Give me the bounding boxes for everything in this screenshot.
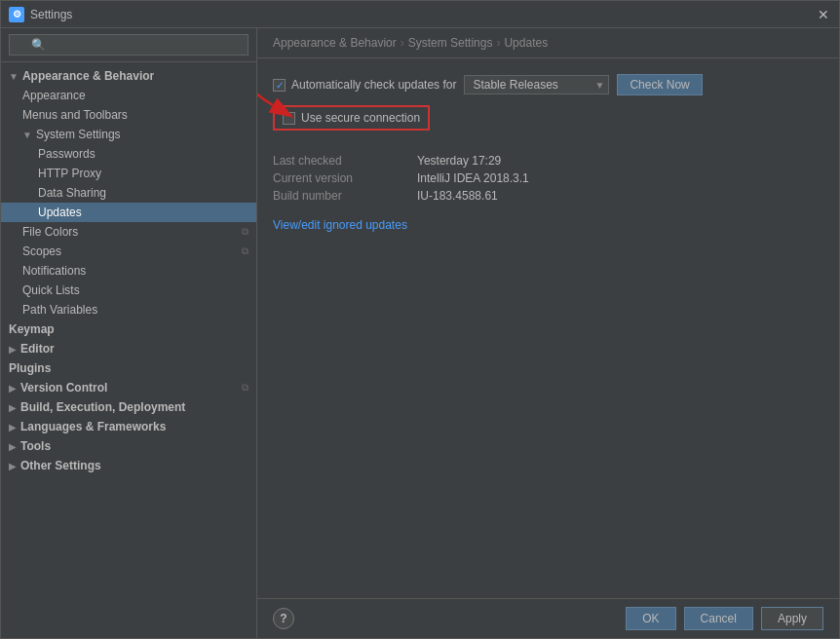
- sidebar-label: Data Sharing: [38, 186, 106, 200]
- breadcrumb: Appearance & Behavior › System Settings …: [257, 28, 839, 58]
- cancel-button[interactable]: Cancel: [684, 607, 753, 630]
- sidebar-item-build-execution[interactable]: ▶ Build, Execution, Deployment: [1, 397, 256, 417]
- channel-dropdown-container: Stable Releases Early Access Program Bet…: [464, 75, 609, 94]
- close-button[interactable]: ✕: [816, 7, 831, 22]
- sidebar-label: System Settings: [36, 128, 121, 141]
- breadcrumb-part2: System Settings: [408, 36, 493, 50]
- external-icon: ⧉: [242, 245, 248, 257]
- last-checked-value: Yesterday 17:29: [417, 154, 823, 168]
- sidebar-item-languages-frameworks[interactable]: ▶ Languages & Frameworks: [1, 417, 256, 436]
- sidebar-label: Plugins: [9, 361, 51, 375]
- window-title: Settings: [30, 8, 816, 21]
- sidebar-item-http-proxy[interactable]: HTTP Proxy: [1, 164, 256, 183]
- external-icon: ⧉: [242, 382, 248, 394]
- apply-button[interactable]: Apply: [761, 607, 823, 630]
- sidebar-label: Appearance & Behavior: [22, 69, 154, 83]
- secure-connection-highlight: Use secure connection: [273, 105, 430, 131]
- sidebar-label: Build, Execution, Deployment: [20, 400, 185, 414]
- sidebar-label: Path Variables: [22, 303, 97, 317]
- expand-icon: ▶: [9, 461, 17, 471]
- sidebar-label: Tools: [20, 439, 51, 453]
- sidebar-label: Appearance: [22, 89, 86, 102]
- secure-connection-text: Use secure connection: [301, 111, 420, 125]
- sidebar-item-updates[interactable]: Updates: [1, 203, 256, 222]
- sidebar-item-keymap[interactable]: Keymap: [1, 320, 256, 339]
- sidebar-item-version-control[interactable]: ▶ Version Control ⧉: [1, 378, 256, 397]
- content-body: Automatically check updates for Stable R…: [257, 58, 839, 598]
- sidebar-label: Editor: [20, 342, 55, 356]
- sidebar-label: Languages & Frameworks: [20, 420, 166, 433]
- sidebar-item-notifications[interactable]: Notifications: [1, 261, 256, 281]
- help-button[interactable]: ?: [273, 608, 294, 629]
- sidebar-label: Passwords: [38, 147, 95, 161]
- current-version-value: IntelliJ IDEA 2018.3.1: [417, 171, 823, 185]
- sidebar-item-quick-lists[interactable]: Quick Lists: [1, 281, 256, 300]
- last-checked-label: Last checked: [273, 154, 409, 168]
- breadcrumb-part1: Appearance & Behavior: [273, 36, 397, 50]
- auto-check-label[interactable]: Automatically check updates for: [273, 78, 456, 92]
- external-icon: ⧉: [242, 226, 248, 238]
- secure-connection-label[interactable]: Use secure connection: [283, 111, 420, 125]
- channel-dropdown[interactable]: Stable Releases Early Access Program Bet…: [464, 75, 609, 94]
- auto-check-row: Automatically check updates for Stable R…: [273, 74, 823, 95]
- sidebar-item-file-colors[interactable]: File Colors ⧉: [1, 222, 256, 242]
- expand-icon: ▶: [9, 383, 17, 394]
- title-bar: ⚙ Settings ✕: [1, 1, 839, 28]
- sidebar-item-other-settings[interactable]: ▶ Other Settings: [1, 456, 256, 475]
- content-area: Appearance & Behavior › System Settings …: [257, 28, 839, 638]
- bottom-right: OK Cancel Apply: [626, 607, 823, 630]
- sidebar-label: Quick Lists: [22, 283, 80, 297]
- app-icon: ⚙: [9, 7, 24, 22]
- sidebar-label: Notifications: [22, 264, 86, 278]
- expand-icon: ▶: [9, 441, 17, 452]
- auto-check-text: Automatically check updates for: [291, 78, 456, 92]
- settings-window: ⚙ Settings ✕ 🔍 ▼ Appearance & Behavior A…: [0, 0, 840, 639]
- expand-icon: ▶: [9, 344, 17, 355]
- expand-icon: ▶: [9, 402, 17, 413]
- sidebar-label: File Colors: [22, 225, 78, 239]
- main-content: 🔍 ▼ Appearance & Behavior Appearance Men…: [1, 28, 839, 638]
- sidebar-label: Menus and Toolbars: [22, 108, 128, 122]
- sidebar-item-tools[interactable]: ▶ Tools: [1, 436, 256, 456]
- search-box: 🔍: [1, 28, 256, 62]
- secure-connection-checkbox[interactable]: [283, 112, 295, 125]
- build-number-value: IU-183.4588.61: [417, 189, 823, 203]
- search-wrapper: 🔍: [9, 34, 248, 56]
- sidebar-item-appearance-behavior[interactable]: ▼ Appearance & Behavior: [1, 66, 256, 86]
- sidebar: 🔍 ▼ Appearance & Behavior Appearance Men…: [1, 28, 257, 638]
- sidebar-label: Updates: [38, 206, 82, 219]
- build-number-label: Build number: [273, 189, 409, 203]
- sidebar-item-path-variables[interactable]: Path Variables: [1, 300, 256, 320]
- sidebar-label: Other Settings: [20, 459, 101, 472]
- bottom-left: ?: [273, 608, 294, 629]
- sidebar-label: Scopes: [22, 244, 61, 258]
- sidebar-item-scopes[interactable]: Scopes ⧉: [1, 242, 256, 261]
- view-ignored-link[interactable]: View/edit ignored updates: [273, 218, 407, 232]
- sidebar-label: HTTP Proxy: [38, 167, 101, 180]
- search-input[interactable]: [9, 34, 248, 56]
- sidebar-item-data-sharing[interactable]: Data Sharing: [1, 183, 256, 203]
- expand-icon: ▼: [22, 130, 32, 140]
- auto-check-checkbox[interactable]: [273, 79, 286, 92]
- sidebar-item-plugins[interactable]: Plugins: [1, 358, 256, 378]
- expand-icon: ▶: [9, 422, 17, 432]
- ok-button[interactable]: OK: [626, 607, 675, 630]
- breadcrumb-part3: Updates: [504, 36, 548, 50]
- bottom-bar: ? OK Cancel Apply: [257, 598, 839, 638]
- breadcrumb-sep1: ›: [401, 36, 404, 50]
- info-grid: Last checked Yesterday 17:29 Current ver…: [273, 154, 823, 203]
- tree-area: ▼ Appearance & Behavior Appearance Menus…: [1, 62, 256, 638]
- sidebar-label: Version Control: [20, 381, 107, 395]
- sidebar-label: Keymap: [9, 322, 55, 336]
- check-now-button[interactable]: Check Now: [617, 74, 702, 95]
- secure-connection-container: Use secure connection: [273, 105, 430, 146]
- breadcrumb-sep2: ›: [496, 36, 500, 50]
- sidebar-item-menus-toolbars[interactable]: Menus and Toolbars: [1, 105, 256, 125]
- sidebar-item-passwords[interactable]: Passwords: [1, 144, 256, 164]
- current-version-label: Current version: [273, 171, 409, 185]
- sidebar-item-system-settings[interactable]: ▼ System Settings: [1, 125, 256, 144]
- sidebar-item-editor[interactable]: ▶ Editor: [1, 339, 256, 358]
- sidebar-item-appearance[interactable]: Appearance: [1, 86, 256, 105]
- expand-icon: ▼: [9, 71, 19, 82]
